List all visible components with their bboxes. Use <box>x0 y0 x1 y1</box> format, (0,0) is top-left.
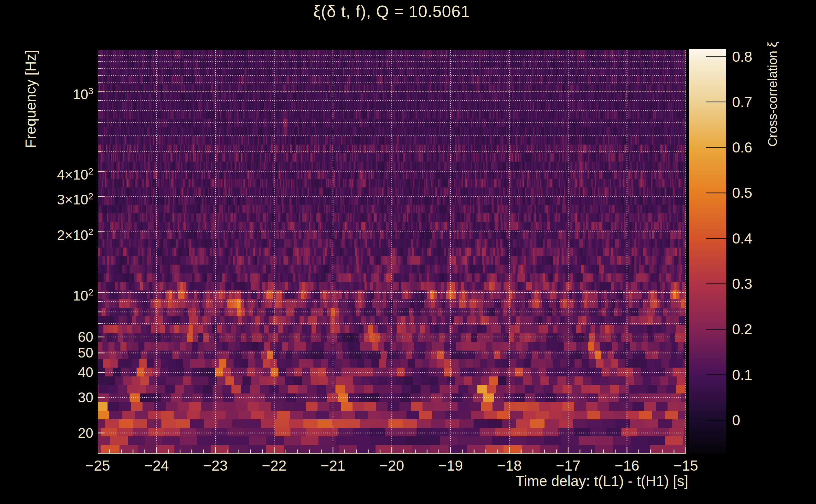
y-tick-label: 4×102 <box>13 162 93 184</box>
colorbar-tick-label: 0 <box>732 411 740 429</box>
colorbar-title: Cross-correlation ξ <box>766 42 780 147</box>
colorbar-tick-label: 0.5 <box>732 184 752 202</box>
x-tick-label: −24 <box>144 457 169 474</box>
y-tick-label: 40 <box>13 363 93 382</box>
x-tick-label: −22 <box>262 457 286 474</box>
x-axis-title: Time delay: t(L1) - t(H1) [s] <box>372 473 688 490</box>
x-tick-label: −23 <box>203 457 228 474</box>
x-tick-label: −20 <box>379 457 404 474</box>
x-tick-label: −16 <box>615 457 639 474</box>
heatmap-canvas <box>98 50 686 454</box>
x-tick-label: −17 <box>556 457 580 474</box>
x-tick-label: −21 <box>321 457 345 474</box>
y-tick-label: 103 <box>13 82 93 104</box>
figure: ξ(δ t, f), Q = 10.5061 Time delay: t(L1)… <box>0 0 816 504</box>
colorbar-tick-label: 0.4 <box>732 230 752 247</box>
y-tick-label: 102 <box>13 283 93 305</box>
plot-title: ξ(δ t, f), Q = 10.5061 <box>98 2 686 21</box>
x-tick-label: −25 <box>85 457 110 474</box>
x-tick-label: −15 <box>674 457 698 474</box>
colorbar-tick-label: 0.1 <box>732 366 752 384</box>
colorbar-tick-label: 0.3 <box>732 275 752 293</box>
colorbar-tick-label: 0.7 <box>732 93 752 111</box>
colorbar-tick-label: 0.2 <box>732 320 752 338</box>
y-tick-label: 3×102 <box>13 187 93 209</box>
colorbar-tick-label: 0.8 <box>732 48 752 66</box>
y-tick-label: 2×102 <box>13 222 93 245</box>
y-tick-label: 50 <box>13 343 93 362</box>
x-tick-label: −19 <box>438 457 463 474</box>
colorbar-canvas <box>689 49 726 454</box>
y-tick-label: 20 <box>13 424 93 443</box>
colorbar-tick-label: 0.6 <box>732 139 752 156</box>
y-tick-label: 30 <box>13 388 93 407</box>
x-tick-label: −18 <box>497 457 521 474</box>
